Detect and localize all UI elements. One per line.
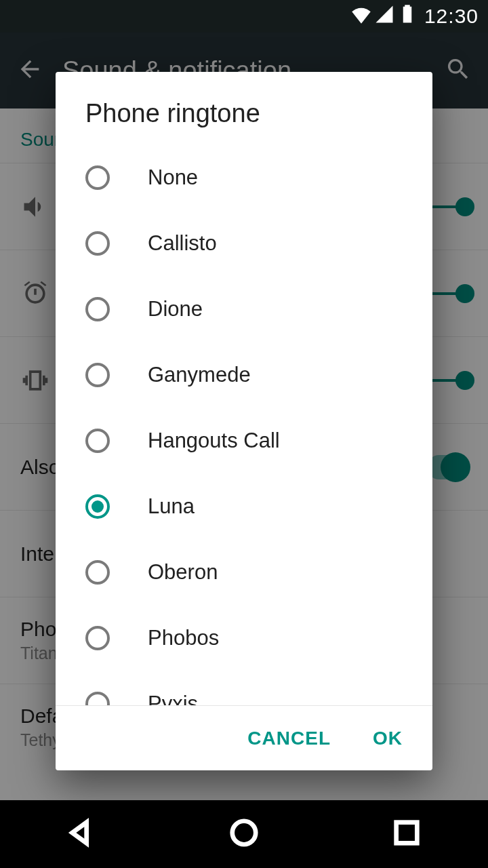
ringtone-option-label: Callisto bbox=[148, 231, 217, 256]
battery-icon bbox=[397, 4, 418, 29]
radio-icon bbox=[85, 363, 110, 387]
status-time: 12:30 bbox=[424, 5, 479, 28]
navigation-bar bbox=[0, 800, 488, 868]
ringtone-dialog: Phone ringtone NoneCallistoDioneGanymede… bbox=[56, 72, 432, 770]
ringtone-option[interactable]: Phobos bbox=[85, 605, 432, 671]
ringtone-option[interactable]: Ganymede bbox=[85, 342, 432, 408]
ringtone-option-label: Luna bbox=[148, 494, 195, 519]
ringtone-option-label: Oberon bbox=[148, 560, 218, 585]
cell-signal-icon bbox=[374, 4, 394, 29]
nav-recent-icon[interactable] bbox=[391, 817, 422, 851]
svg-point-0 bbox=[232, 821, 256, 845]
radio-icon bbox=[85, 231, 110, 256]
nav-back-icon[interactable] bbox=[66, 817, 97, 851]
ringtone-option[interactable]: Callisto bbox=[85, 210, 432, 276]
ringtone-option-label: Dione bbox=[148, 297, 203, 321]
ringtone-option[interactable]: Oberon bbox=[85, 539, 432, 605]
wifi-icon bbox=[351, 4, 371, 29]
ringtone-option[interactable]: Pyxis bbox=[85, 671, 432, 705]
dialog-title: Phone ringtone bbox=[56, 72, 432, 144]
ringtone-option-label: Pyxis bbox=[148, 692, 198, 706]
radio-icon bbox=[85, 297, 110, 321]
ringtone-option-label: None bbox=[148, 165, 198, 190]
ringtone-option-label: Phobos bbox=[148, 626, 219, 650]
ringtone-options-list[interactable]: NoneCallistoDioneGanymedeHangouts CallLu… bbox=[56, 144, 432, 705]
svg-rect-1 bbox=[396, 823, 418, 844]
ringtone-option-label: Hangouts Call bbox=[148, 429, 280, 453]
radio-icon bbox=[85, 692, 110, 706]
ringtone-option[interactable]: None bbox=[85, 144, 432, 210]
radio-icon bbox=[85, 165, 110, 190]
ringtone-option[interactable]: Dione bbox=[85, 276, 432, 342]
radio-icon bbox=[85, 494, 110, 519]
status-bar: 12:30 bbox=[0, 0, 488, 33]
dialog-actions: CANCEL OK bbox=[56, 705, 432, 770]
radio-icon bbox=[85, 429, 110, 453]
radio-icon bbox=[85, 560, 110, 585]
radio-icon bbox=[85, 626, 110, 650]
ok-button[interactable]: OK bbox=[373, 728, 403, 749]
ringtone-option[interactable]: Hangouts Call bbox=[85, 408, 432, 473]
ringtone-option-label: Ganymede bbox=[148, 363, 251, 387]
nav-home-icon[interactable] bbox=[228, 817, 260, 851]
cancel-button[interactable]: CANCEL bbox=[247, 728, 331, 749]
ringtone-option[interactable]: Luna bbox=[85, 473, 432, 539]
